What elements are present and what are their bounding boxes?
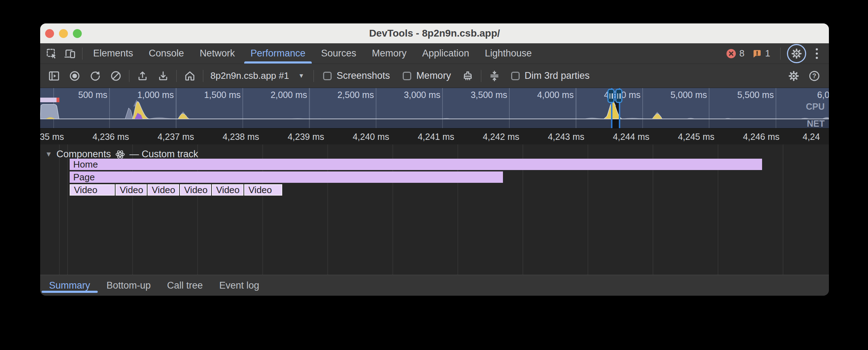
track-name: Components — [57, 149, 111, 160]
issue-count: 1 — [765, 48, 770, 59]
flame-bar-video[interactable]: Video — [148, 184, 179, 196]
flame-bar-video[interactable]: Video — [116, 184, 147, 196]
traffic-lights — [45, 23, 82, 43]
expand-triangle-icon: ▼ — [45, 150, 52, 158]
tab-elements[interactable]: Elements — [85, 43, 141, 64]
error-icon — [726, 48, 736, 59]
ruler-tick: 4,244 ms — [585, 132, 649, 142]
close-window-button[interactable] — [45, 29, 54, 38]
settings-gear-icon — [791, 48, 803, 60]
tab-bottom-up[interactable]: Bottom-up — [98, 275, 159, 296]
collect-garbage-icon[interactable] — [457, 65, 478, 87]
tab-console[interactable]: Console — [141, 43, 192, 64]
separator — [203, 70, 203, 82]
tab-performance[interactable]: Performance — [243, 43, 314, 64]
flame-bar-home[interactable]: Home — [70, 159, 762, 170]
more-options-icon[interactable] — [810, 48, 824, 59]
performance-toolbar: 8p2n9n.csb.app #1 ▼ Screenshots Memory D… — [40, 64, 829, 88]
ruler-tick: 4,242 ms — [455, 132, 519, 142]
save-profile-icon[interactable] — [153, 65, 173, 87]
flame-bar-page[interactable]: Page — [70, 171, 503, 183]
tabbar-right-cluster: 8 1 — [726, 43, 829, 64]
screenshots-checkbox[interactable]: Screenshots — [323, 70, 390, 81]
ruler-tick: 4,238 ms — [195, 132, 259, 142]
left-drag-handle[interactable] — [607, 89, 615, 103]
ruler-tick: 4,236 ms — [65, 132, 129, 142]
tab-network[interactable]: Network — [192, 43, 243, 64]
load-profile-icon[interactable] — [132, 65, 153, 87]
target-name: 8p2n9n.csb.app #1 — [210, 70, 289, 81]
ruler-tick: 35 ms — [40, 132, 64, 142]
collapse-sections-icon[interactable] — [484, 65, 505, 87]
dim-3rd-parties-checkbox[interactable]: Dim 3rd parties — [511, 70, 590, 81]
flame-bar-video[interactable]: Video — [70, 184, 115, 196]
cpu-activity-chart — [40, 88, 829, 128]
details-tabbar: Summary Bottom-up Call tree Event log — [40, 275, 829, 296]
console-errors-badge[interactable]: 8 — [726, 48, 744, 59]
cpu-label: CPU — [789, 102, 825, 112]
components-track-header[interactable]: ▼ Components — Custom track — [45, 149, 198, 160]
separator — [314, 70, 314, 82]
svg-text:?: ? — [813, 72, 816, 80]
timeline-ruler: 35 ms 4,236 ms 4,237 ms 4,238 ms 4,239 m… — [40, 128, 829, 144]
ruler-tick: 4,240 ms — [325, 132, 389, 142]
reload-record-icon[interactable] — [85, 65, 106, 87]
flame-bar-video[interactable]: Video — [244, 184, 282, 196]
checkbox-box — [403, 72, 411, 80]
track-suffix: — Custom track — [129, 149, 198, 160]
minimize-window-button[interactable] — [59, 29, 68, 38]
toolbar-right-cluster: ? — [783, 65, 829, 87]
screenshots-label: Screenshots — [337, 70, 390, 81]
net-label: NET — [789, 119, 825, 128]
tab-memory[interactable]: Memory — [364, 43, 414, 64]
ruler-tick: 4,24 — [803, 132, 829, 142]
tab-summary[interactable]: Summary — [41, 275, 98, 296]
separator — [82, 48, 82, 60]
right-drag-handle[interactable] — [615, 89, 622, 103]
memory-label: Memory — [416, 70, 451, 81]
issue-icon — [752, 48, 762, 59]
ruler-tick: 4,241 ms — [390, 132, 454, 142]
timeline-overview[interactable]: 500 ms 1,000 ms 1,500 ms 2,000 ms 2,500 … — [40, 88, 829, 128]
flame-chart-area: ▼ Components — Custom track Home Page Vi… — [40, 144, 829, 275]
atom-icon — [115, 149, 125, 159]
window-titlebar: DevTools - 8p2n9n.csb.app/ — [40, 23, 829, 43]
record-icon[interactable] — [64, 65, 85, 87]
separator — [481, 70, 481, 82]
toggle-sidebar-icon[interactable] — [44, 65, 64, 87]
separator — [780, 48, 781, 60]
capture-settings-gear-icon[interactable] — [783, 65, 804, 87]
checkbox-box — [511, 72, 520, 80]
settings-focus-ring[interactable] — [787, 44, 806, 63]
ruler-tick: 4,245 ms — [650, 132, 714, 142]
separator — [176, 70, 177, 82]
home-icon[interactable] — [180, 65, 200, 87]
ruler-tick: 4,246 ms — [716, 132, 779, 142]
clear-icon[interactable] — [106, 65, 126, 87]
memory-checkbox[interactable]: Memory — [403, 70, 451, 81]
ruler-tick: 4,243 ms — [520, 132, 584, 142]
tab-call-tree[interactable]: Call tree — [159, 275, 211, 296]
help-icon[interactable]: ? — [804, 65, 825, 87]
inspect-element-icon[interactable] — [42, 43, 61, 64]
chevron-down-icon: ▼ — [298, 72, 304, 80]
separator — [129, 70, 129, 82]
tab-lighthouse[interactable]: Lighthouse — [477, 43, 540, 64]
issues-badge[interactable]: 1 — [752, 48, 770, 59]
tab-sources[interactable]: Sources — [313, 43, 364, 64]
dim-3rd-parties-label: Dim 3rd parties — [525, 70, 590, 81]
zoom-window-button[interactable] — [73, 29, 82, 38]
window-title: DevTools - 8p2n9n.csb.app/ — [369, 28, 500, 39]
devtools-tabbar: Elements Console Network Performance Sou… — [40, 43, 829, 64]
tab-event-log[interactable]: Event log — [211, 275, 268, 296]
ruler-tick: 4,239 ms — [260, 132, 324, 142]
toggle-device-toolbar-icon[interactable] — [61, 43, 79, 64]
flame-bar-video[interactable]: Video — [180, 184, 211, 196]
flame-bar-video[interactable]: Video — [212, 184, 243, 196]
devtools-window: DevTools - 8p2n9n.csb.app/ Elements Cons… — [40, 23, 829, 296]
target-selector[interactable]: 8p2n9n.csb.app #1 ▼ — [206, 70, 311, 81]
checkbox-box — [323, 72, 332, 80]
ruler-tick: 4,237 ms — [130, 132, 194, 142]
tab-application[interactable]: Application — [414, 43, 477, 64]
error-count: 8 — [739, 48, 744, 59]
